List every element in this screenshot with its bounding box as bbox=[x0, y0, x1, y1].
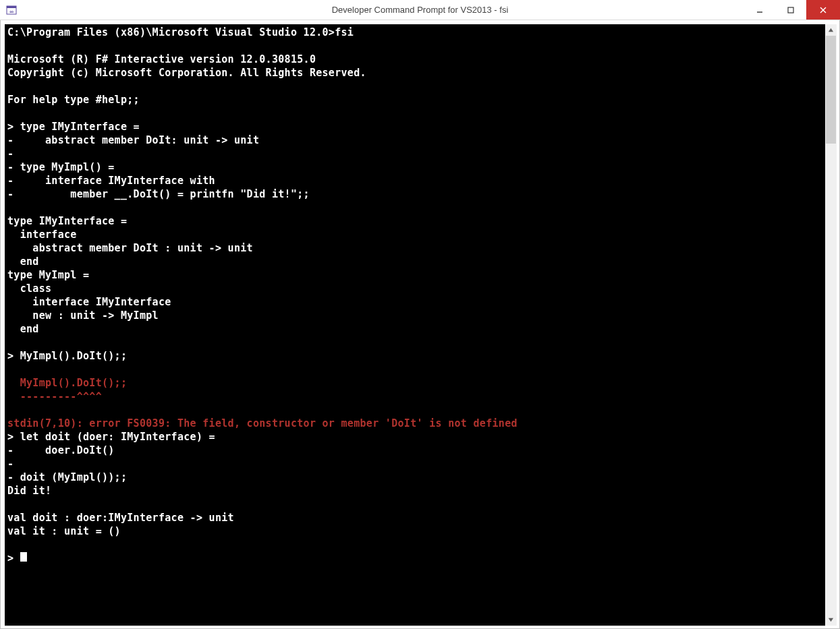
console-line: MyImpl().DoIt();; bbox=[7, 376, 822, 390]
scroll-down-arrow-icon[interactable] bbox=[825, 614, 837, 626]
console-line bbox=[7, 39, 822, 53]
svg-marker-7 bbox=[829, 28, 833, 32]
console-line: Microsoft (R) F# Interactive version 12.… bbox=[7, 53, 822, 66]
console-line: Copyright (c) Microsoft Corporation. All… bbox=[7, 66, 822, 80]
console-line: - doit (MyImpl());; bbox=[7, 471, 822, 484]
console-line: interface bbox=[7, 228, 822, 241]
console-line: - bbox=[7, 457, 822, 471]
console-line: - doer.DoIt() bbox=[7, 444, 822, 457]
console-line bbox=[7, 538, 822, 551]
console-line: - bbox=[7, 147, 822, 160]
console-line: - abstract member DoIt: unit -> unit bbox=[7, 133, 822, 147]
svg-rect-4 bbox=[788, 7, 793, 13]
scroll-track[interactable] bbox=[825, 36, 837, 614]
titlebar[interactable]: ∞ Developer Command Prompt for VS2013 - … bbox=[0, 0, 840, 20]
console-line: stdin(7,10): error FS0039: The field, co… bbox=[7, 417, 822, 430]
client-area: C:\Program Files (x86)\Microsoft Visual … bbox=[0, 20, 840, 629]
console-line: type IMyInterface = bbox=[7, 214, 822, 228]
scroll-up-arrow-icon[interactable] bbox=[825, 24, 837, 36]
console-line: > type IMyInterface = bbox=[7, 120, 822, 133]
console-line: > let doit (doer: IMyInterface) = bbox=[7, 430, 822, 444]
console-line: - type MyImpl() = bbox=[7, 160, 822, 174]
console-wrap: C:\Program Files (x86)\Microsoft Visual … bbox=[5, 24, 837, 626]
console-line: > MyImpl().DoIt();; bbox=[7, 349, 822, 363]
console-line: - member __.DoIt() = printfn "Did it!";; bbox=[7, 187, 822, 201]
console-line: ---------^^^^ bbox=[7, 390, 822, 403]
vertical-scrollbar[interactable] bbox=[825, 24, 837, 626]
console-line: interface IMyInterface bbox=[7, 295, 822, 309]
console-line: abstract member DoIt : unit -> unit bbox=[7, 241, 822, 255]
console-line bbox=[7, 498, 822, 511]
console-line bbox=[7, 80, 822, 93]
app-icon: ∞ bbox=[5, 4, 18, 16]
console-line: type MyImpl = bbox=[7, 268, 822, 282]
maximize-button[interactable] bbox=[775, 0, 806, 20]
console-line bbox=[7, 336, 822, 349]
svg-rect-1 bbox=[7, 6, 16, 8]
minimize-button[interactable] bbox=[744, 0, 775, 20]
console-line: > bbox=[7, 551, 822, 565]
svg-text:∞: ∞ bbox=[9, 9, 13, 15]
console-line bbox=[7, 107, 822, 120]
window-controls bbox=[744, 0, 840, 20]
console-line bbox=[7, 403, 822, 417]
console-line: val it : unit = () bbox=[7, 525, 822, 538]
console-line: class bbox=[7, 282, 822, 295]
console-line bbox=[7, 201, 822, 214]
svg-marker-8 bbox=[829, 618, 833, 622]
console-line: - interface IMyInterface with bbox=[7, 174, 822, 187]
close-button[interactable] bbox=[806, 0, 840, 20]
console-line: C:\Program Files (x86)\Microsoft Visual … bbox=[7, 26, 822, 39]
scroll-thumb[interactable] bbox=[826, 36, 836, 144]
console-line: For help type #help;; bbox=[7, 93, 822, 107]
console-line: new : unit -> MyImpl bbox=[7, 309, 822, 322]
console-line: end bbox=[7, 255, 822, 268]
console-line bbox=[7, 363, 822, 376]
console-line: end bbox=[7, 322, 822, 336]
window-title: Developer Command Prompt for VS2013 - fs… bbox=[0, 5, 840, 15]
console-line: val doit : doer:IMyInterface -> unit bbox=[7, 511, 822, 525]
cursor bbox=[20, 552, 27, 562]
console-output[interactable]: C:\Program Files (x86)\Microsoft Visual … bbox=[5, 24, 825, 626]
console-line: Did it! bbox=[7, 484, 822, 498]
